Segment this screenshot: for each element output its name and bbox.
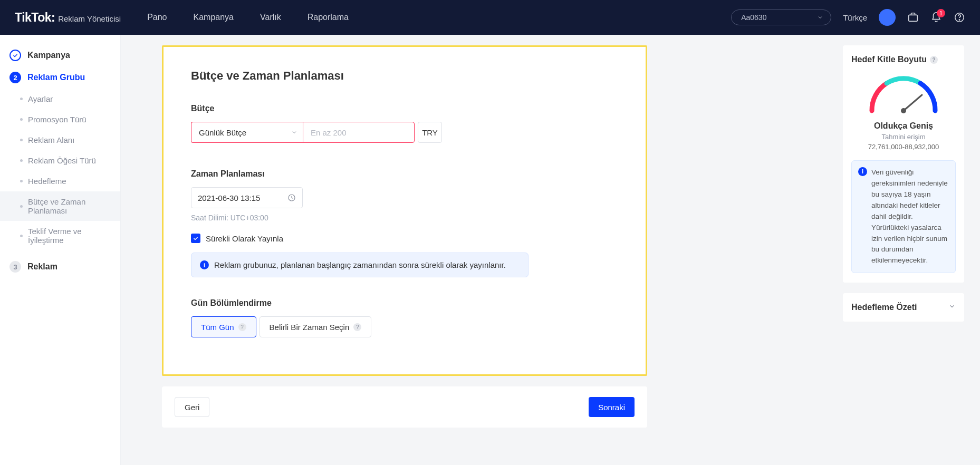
seg-specific-time[interactable]: Belirli Bir Zaman Seçin ?	[260, 316, 372, 337]
top-nav: Pano Kampanya Varlık Raporlama	[147, 13, 349, 22]
sub-settings[interactable]: Ayarlar	[0, 89, 120, 109]
svg-point-2	[959, 20, 959, 20]
nav-reporting[interactable]: Raporlama	[308, 13, 349, 22]
business-icon[interactable]	[907, 12, 919, 23]
account-name: Aa0630	[741, 13, 766, 22]
continuous-checkbox[interactable]	[191, 234, 200, 243]
brand-subtitle: Reklam Yöneticisi	[58, 14, 121, 23]
datetime-value: 2021-06-30 13:15	[198, 193, 260, 202]
budget-amount-input[interactable]	[303, 122, 415, 143]
budget-type-value: Günlük Bütçe	[199, 128, 246, 137]
gauge-label: Oldukça Geniş	[874, 121, 933, 131]
budget-row: Günlük Bütçe TRY	[191, 122, 618, 143]
account-selector[interactable]: Aa0630	[731, 9, 831, 25]
help-icon[interactable]: ?	[930, 56, 938, 64]
sub-promotion-type[interactable]: Promosyon Türü	[0, 109, 120, 130]
start-datetime-picker[interactable]: 2021-06-30 13:15	[191, 187, 303, 208]
audience-title-row: Hedef Kitle Boyutu ?	[851, 55, 956, 64]
data-safety-note: i Veri güvenliği gereksinimleri nedeniyl…	[851, 160, 956, 273]
gauge-icon	[867, 74, 940, 115]
bell-icon[interactable]: 1	[930, 12, 942, 23]
gauge-sub: Tahmini erişim	[881, 133, 925, 141]
sub-targeting[interactable]: Hedefleme	[0, 171, 120, 191]
info-text: Reklam grubunuz, planlanan başlangıç zam…	[214, 260, 506, 269]
chevron-down-icon	[291, 129, 297, 135]
dayparting-label: Gün Bölümlendirme	[191, 298, 618, 308]
sub-creative-type[interactable]: Reklam Öğesi Türü	[0, 150, 120, 171]
language-selector[interactable]: Türkçe	[843, 13, 867, 22]
sub-bidding[interactable]: Teklif Verme ve İyileştirme	[0, 221, 120, 250]
info-icon: i	[858, 167, 867, 176]
nav-assets[interactable]: Varlık	[260, 13, 281, 22]
budget-type-select[interactable]: Günlük Bütçe	[191, 122, 303, 143]
svg-point-5	[901, 108, 906, 113]
step-campaign[interactable]: Kampanya	[0, 44, 120, 66]
back-button[interactable]: Geri	[175, 397, 209, 417]
brand: TikTok: Reklam Yöneticisi	[15, 11, 121, 25]
step-label: Kampanya	[27, 51, 70, 60]
step-number: 2	[9, 72, 21, 83]
step-label: Reklam Grubu	[27, 73, 85, 82]
brand-logo: TikTok:	[15, 11, 55, 25]
clock-icon	[287, 193, 296, 202]
step-number: 3	[9, 261, 21, 273]
svg-line-4	[904, 95, 922, 111]
avatar[interactable]	[879, 9, 896, 26]
step-label: Reklam	[27, 262, 57, 272]
schedule-label: Zaman Planlaması	[191, 169, 618, 179]
sub-placement[interactable]: Reklam Alanı	[0, 130, 120, 150]
next-button[interactable]: Sonraki	[589, 397, 635, 417]
nav-campaign[interactable]: Kampanya	[194, 13, 234, 22]
header-right: Aa0630 Türkçe 1	[731, 9, 965, 26]
help-icon[interactable]: ?	[238, 323, 246, 331]
header: TikTok: Reklam Yöneticisi Pano Kampanya …	[0, 0, 980, 35]
continuous-label: Sürekli Olarak Yayınla	[206, 234, 283, 243]
footer-actions: Geri Sonraki	[162, 386, 647, 428]
chevron-down-icon	[817, 14, 823, 21]
gauge-range: 72,761,000-88,932,000	[868, 143, 939, 151]
card-title: Bütçe ve Zaman Planlaması	[191, 69, 618, 83]
timezone-note: Saat Dilimi: UTC+03:00	[191, 214, 618, 222]
sidebar: Kampanya 2 Reklam Grubu Ayarlar Promosyo…	[0, 35, 121, 465]
chevron-down-icon	[948, 303, 956, 312]
sub-budget-schedule[interactable]: Bütçe ve Zaman Planlaması	[0, 191, 120, 221]
help-icon[interactable]: ?	[353, 323, 361, 331]
continuous-info: i Reklam grubunuz, planlanan başlangıç z…	[191, 253, 529, 277]
budget-schedule-card: Bütçe ve Zaman Planlaması Bütçe Günlük B…	[162, 45, 647, 376]
info-icon: i	[200, 260, 209, 269]
audience-size-card: Hedef Kitle Boyutu ? Oldukça Geniş Tahmi…	[843, 45, 964, 283]
continuous-row[interactable]: Sürekli Olarak Yayınla	[191, 234, 618, 243]
audience-title: Hedef Kitle Boyutu	[851, 55, 927, 64]
summary-title: Hedefleme Özeti	[851, 303, 917, 312]
right-panel: Hedef Kitle Boyutu ? Oldukça Geniş Tahmi…	[843, 45, 964, 465]
currency-label: TRY	[418, 122, 442, 143]
step-adgroup[interactable]: 2 Reklam Grubu	[0, 66, 120, 89]
notification-badge: 1	[937, 9, 945, 17]
targeting-summary-card[interactable]: Hedefleme Özeti	[843, 293, 964, 322]
dayparting-segment: Tüm Gün ? Belirli Bir Zaman Seçin ?	[191, 316, 618, 337]
check-icon	[9, 50, 21, 61]
help-icon[interactable]	[954, 12, 965, 23]
nav-dashboard[interactable]: Pano	[147, 13, 167, 22]
main: Bütçe ve Zaman Planlaması Bütçe Günlük B…	[121, 35, 843, 465]
svg-rect-0	[909, 15, 918, 21]
budget-label: Bütçe	[191, 104, 618, 113]
note-text: Veri güvenliği gereksinimleri nedeniyle …	[871, 167, 949, 266]
step-ad[interactable]: 3 Reklam	[0, 256, 120, 278]
seg-all-day[interactable]: Tüm Gün ?	[191, 316, 256, 337]
